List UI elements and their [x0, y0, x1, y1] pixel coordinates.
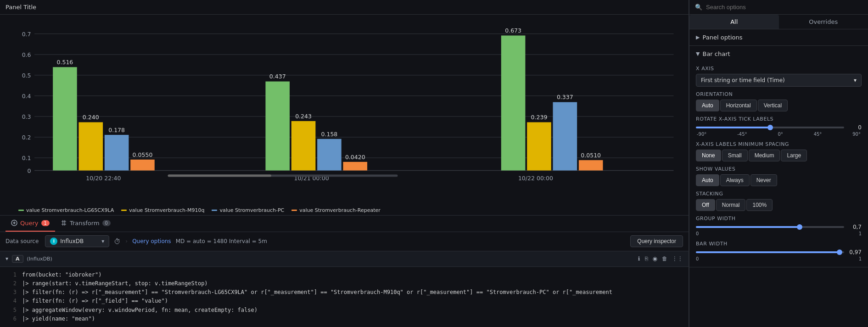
rotate-slider-track[interactable] [696, 127, 844, 128]
group-width-fill [696, 226, 800, 228]
svg-text:0.4: 0.4 [22, 93, 31, 100]
svg-rect-16 [53, 67, 77, 170]
code-line-5: |> aggregateWindow(every: v.windowPeriod… [22, 306, 258, 315]
svg-rect-34 [501, 35, 526, 170]
spacing-large[interactable]: Large [781, 150, 807, 161]
query-options-label: Query options [132, 238, 171, 244]
show-values-auto[interactable]: Auto [696, 174, 719, 186]
orientation-auto[interactable]: Auto [696, 100, 719, 111]
bar-chart-label: Bar chart [702, 50, 730, 57]
bar-width-label: Bar width [696, 241, 862, 247]
svg-text:0: 0 [28, 167, 31, 174]
row-collapse-icon[interactable]: ▾ [6, 255, 8, 262]
svg-text:0.5: 0.5 [22, 72, 31, 79]
tab-all[interactable]: All [689, 15, 779, 29]
svg-rect-27 [291, 121, 316, 171]
row-letter: A [12, 255, 23, 263]
code-line-6: |> yield(name: "mean") [22, 315, 95, 323]
orientation-group: Auto Horizontal Vertical [696, 100, 862, 111]
svg-rect-38 [553, 102, 577, 171]
stacking-normal[interactable]: Normal [716, 199, 746, 211]
svg-text:0.6: 0.6 [22, 51, 31, 58]
code-editor[interactable]: 1from(bucket: "iobroker") 2|> range(star… [0, 267, 689, 327]
datasource-dropdown-arrow: ▾ [101, 238, 104, 244]
svg-text:0.158: 0.158 [321, 131, 338, 138]
tab-transform-badge: 0 [102, 220, 111, 226]
group-width-thumb[interactable] [797, 224, 802, 230]
search-input[interactable] [706, 4, 862, 11]
svg-rect-40 [579, 160, 603, 171]
legend-color-m910q [121, 210, 127, 211]
bar-chart-body: X Axis First string or time field (Time)… [689, 62, 868, 267]
show-values-group: Auto Always Never [696, 174, 862, 186]
bar-width-slider-track[interactable] [696, 251, 844, 253]
bar-width-min: 0 [696, 256, 699, 261]
show-values-never[interactable]: Never [750, 174, 777, 186]
query-options-btn[interactable]: Query options [132, 238, 171, 244]
orientation-horizontal[interactable]: Horizontal [720, 100, 757, 111]
section-panel-options: ▶ Panel options [689, 29, 868, 46]
row-action-hide[interactable]: ◉ [653, 255, 657, 262]
legend-item-repeater: value Stromverbrauch-Repeater [291, 207, 381, 213]
group-width-slider-row: 0,7 [696, 224, 862, 230]
svg-rect-18 [78, 122, 103, 171]
row-action-delete[interactable]: 🗑 [662, 255, 667, 262]
stacking-off[interactable]: Off [696, 199, 715, 211]
tab-transform-label: Transform [70, 220, 100, 227]
show-values-always[interactable]: Always [720, 174, 750, 186]
panel-options-chevron: ▶ [696, 34, 700, 40]
rotate-slider-value: 0 [849, 124, 862, 131]
search-icon: 🔍 [695, 4, 702, 11]
orientation-vertical[interactable]: Vertical [758, 100, 788, 111]
chart-area: 0.7 0.6 0.5 0.4 0.3 0.2 0.1 0 0.516 0.24… [0, 15, 689, 205]
code-line-2: |> range(start: v.timeRangeStart, stop: … [22, 279, 208, 288]
rotate-label: Rotate x-axis tick labels [696, 116, 862, 122]
code-line-4: |> filter(fn: (r) => r["_field"] == "val… [22, 297, 168, 305]
group-width-max: 1 [859, 231, 862, 236]
query-row: ▾ A (InfluxDB) ℹ ⎘ ◉ 🗑 ⋮⋮ 1from(bucket: … [0, 251, 689, 327]
query-toolbar: Data source I InfluxDB ▾ ⏱ › Query optio… [0, 232, 689, 251]
tab-transform[interactable]: Transform 0 [55, 215, 116, 232]
svg-text:0.178: 0.178 [108, 127, 125, 133]
bar-width-value: 0,97 [849, 249, 862, 255]
spacing-group: None Small Medium Large [696, 150, 862, 161]
tick-45: 45° [814, 132, 822, 137]
stacking-group: Off Normal 100% [696, 199, 862, 211]
svg-rect-44 [168, 174, 271, 177]
rotate-tick-labels: -90° -45° 0° 45° 90° [696, 132, 862, 137]
rotate-slider-thumb[interactable] [767, 125, 773, 130]
spacing-medium[interactable]: Medium [749, 150, 780, 161]
section-bar-chart-header[interactable]: ▼ Bar chart [689, 46, 868, 62]
row-action-menu[interactable]: ⋮⋮ [672, 255, 683, 262]
clock-button[interactable]: ⏱ [114, 238, 121, 245]
query-row-header: ▾ A (InfluxDB) ℹ ⎘ ◉ 🗑 ⋮⋮ [0, 251, 689, 267]
legend-label-pc: value Stromverbrauch-PC [219, 207, 284, 213]
spacing-none[interactable]: None [696, 150, 721, 161]
stacking-100[interactable]: 100% [746, 199, 773, 211]
rotate-slider-row: 0 [696, 124, 862, 131]
group-width-slider-track[interactable] [696, 226, 844, 228]
row-action-copy[interactable]: ⎘ [645, 255, 648, 262]
section-panel-options-header[interactable]: ▶ Panel options [689, 29, 868, 45]
svg-text:0.7: 0.7 [22, 31, 31, 38]
row-action-info[interactable]: ℹ [638, 255, 640, 262]
svg-text:0.243: 0.243 [295, 113, 312, 120]
row-db-label: (InfluxDB) [27, 256, 52, 262]
query-inspector-button[interactable]: Query inspector [630, 235, 683, 247]
legend-label-lg: value Stromverbrauch-LG65CX9LA [26, 207, 114, 213]
x-axis-select[interactable]: First string or time field (Time) ▾ [696, 74, 862, 87]
section-bar-chart: ▼ Bar chart X Axis First string or time … [689, 46, 868, 267]
tick-0: 0° [778, 132, 783, 137]
spacing-small[interactable]: Small [722, 150, 748, 161]
bar-width-minmax: 0 1 [696, 256, 862, 261]
svg-text:0.239: 0.239 [531, 114, 548, 121]
tab-query[interactable]: Query 1 [6, 215, 55, 232]
tab-overrides[interactable]: Overrides [779, 15, 868, 29]
tab-query-label: Query [20, 220, 39, 227]
svg-text:0.3: 0.3 [22, 113, 31, 120]
group-width-value: 0,7 [849, 224, 862, 230]
bar-width-thumb[interactable] [837, 249, 842, 255]
influxdb-icon: I [50, 238, 57, 245]
datasource-select[interactable]: I InfluxDB ▾ [45, 235, 109, 247]
group-width-min: 0 [696, 231, 699, 236]
